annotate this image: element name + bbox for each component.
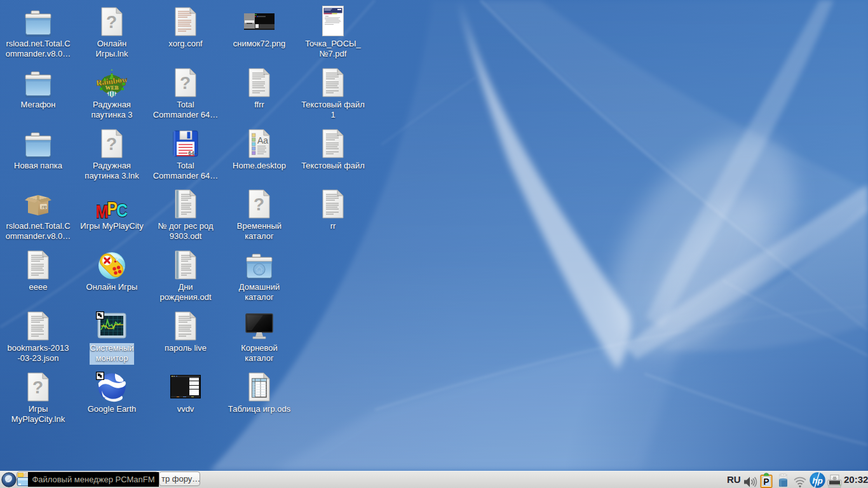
svg-text:hp: hp [812,476,823,485]
svg-text:P: P [763,477,769,487]
